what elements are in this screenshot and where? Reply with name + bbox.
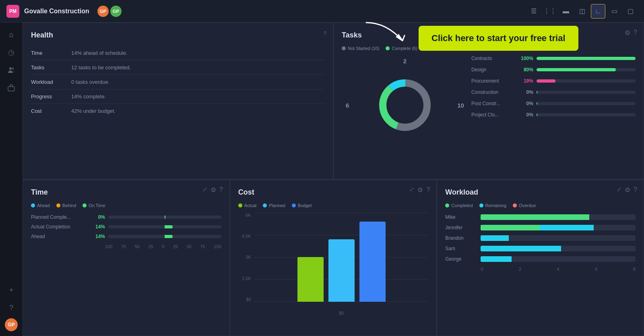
toolbar-grid-btn[interactable]: ◫ (575, 4, 589, 19)
panels-container: Health ? Time14% ahead of schedule. Task… (23, 23, 644, 336)
table-row: Planned Comple... 0% (31, 214, 221, 220)
table-row: Cost42% under budget. (31, 104, 325, 118)
time-legend: Ahead Behind On Time (31, 203, 221, 208)
table-row: Sam (445, 246, 636, 251)
health-help-icon[interactable]: ? (323, 30, 326, 37)
table-row: Progress14% complete. (31, 89, 325, 104)
sidebar-item-people[interactable] (4, 63, 19, 77)
table-row: Brandon (445, 235, 636, 241)
time-title: Time (31, 188, 221, 197)
time-help-icon[interactable]: ? (219, 186, 223, 194)
time-bar-planned: Planned Comple... 0% Actual Completion 1… (31, 214, 221, 239)
sidebar-item-help[interactable]: ? (4, 301, 19, 315)
avatar-1[interactable]: GP (97, 6, 109, 17)
table-row: Design 80% (471, 67, 636, 73)
workload-panel-icons: ⤢ ⚙ ? (617, 186, 637, 194)
svg-rect-2 (8, 87, 14, 91)
toolbar: ☰ ⋮⋮ ▬ ◫ ∟ ▭ ▢ (526, 4, 638, 19)
tasks-help-icon[interactable]: ? (634, 29, 637, 37)
donut-right-label: 10 (457, 102, 464, 109)
sidebar-user-avatar[interactable]: GP (5, 318, 18, 331)
table-row: Actual Completion 14% (31, 224, 221, 230)
free-trial-banner[interactable]: Click here to start your free trial (419, 26, 578, 51)
toolbar-columns-btn[interactable]: ⋮⋮ (543, 4, 557, 19)
cost-help-icon[interactable]: ? (426, 186, 430, 194)
bottom-row: Time ⤢ ⚙ ? Ahead Behind On Time Planned … (23, 180, 644, 336)
avatar-group: GP GP (97, 6, 122, 17)
toolbar-calendar-btn[interactable]: ▭ (607, 4, 621, 19)
svg-point-0 (9, 67, 12, 70)
toolbar-list-btn[interactable]: ☰ (526, 4, 541, 19)
cost-expand-icon[interactable]: ⤢ (409, 186, 414, 194)
sidebar-item-home[interactable]: ⌂ (4, 27, 19, 42)
cost-settings-icon[interactable]: ⚙ (417, 186, 423, 194)
table-row: Contracts 100% (471, 56, 636, 61)
project-title: Govalle Construction (24, 8, 89, 15)
sidebar-item-clock[interactable]: ◷ (4, 45, 19, 60)
cost-bar-budget (359, 222, 386, 302)
table-row: George (445, 256, 636, 262)
health-panel: Health ? Time14% ahead of schedule. Task… (23, 23, 333, 179)
avatar-2[interactable]: GP (110, 6, 122, 17)
task-percent-bars: Contracts 100% Design 80% Procurement 19… (468, 56, 636, 155)
time-panel-icons: ⤢ ⚙ ? (202, 186, 223, 194)
sidebar-item-briefcase[interactable] (4, 81, 19, 95)
donut-left-label: 6 (346, 102, 349, 109)
toolbar-menu-btn[interactable]: ▬ (559, 4, 573, 19)
cost-bar-planned (328, 239, 355, 302)
time-expand-icon[interactable]: ⤢ (202, 186, 207, 194)
header: PM Govalle Construction GP GP ☰ ⋮⋮ ▬ ◫ ∟… (0, 0, 644, 23)
workload-help-icon[interactable]: ? (634, 186, 637, 194)
table-row: Post Constr... 0% (471, 101, 636, 106)
cost-chart-area: 6K 4.5K 3K 1.5K $0 (238, 213, 429, 310)
cost-title: Cost (238, 188, 429, 197)
table-row: Ahead 14% (31, 234, 221, 239)
time-panel: Time ⤢ ⚙ ? Ahead Behind On Time Planned … (23, 180, 230, 336)
cost-legend: Actual Planned Budget (238, 203, 429, 208)
table-row: Procurement 19% (471, 78, 636, 84)
workload-expand-icon[interactable]: ⤢ (617, 186, 621, 194)
tasks-content: 2 6 10 Contracts 100% (342, 56, 636, 155)
main-container: ⌂ ◷ + ? GP Health ? Time14% ahead of sch… (0, 23, 644, 336)
sidebar-item-add[interactable]: + (4, 283, 19, 297)
app-logo[interactable]: PM (6, 5, 19, 18)
workload-panel: Workload ⤢ ⚙ ? Completed Remaining Overd… (437, 180, 644, 336)
workload-legend: Completed Remaining Overdue (445, 203, 636, 208)
table-row: Time14% ahead of schedule. (31, 46, 325, 60)
cost-bar-actual (297, 257, 324, 302)
toolbar-chart-btn[interactable]: ∟ (591, 4, 605, 19)
table-row: Tasks12 tasks to be completed. (31, 60, 325, 75)
cost-bottom-label: $0 (238, 310, 429, 315)
health-table: Time14% ahead of schedule. Tasks12 tasks… (31, 46, 325, 118)
not-started-dot (342, 46, 346, 50)
health-title: Health (31, 31, 325, 39)
tasks-panel-icons: ⚙ ? (625, 29, 637, 37)
cost-panel: Cost ⤢ ⚙ ? Actual Planned Budget 6K 4.5K… (230, 180, 437, 336)
workload-settings-icon[interactable]: ⚙ (625, 186, 630, 194)
time-x-axis: 1007550250255075100 (31, 244, 221, 249)
svg-point-1 (12, 68, 14, 70)
complete-dot (386, 46, 390, 50)
table-row: Project Clo... 0% (471, 112, 636, 118)
cost-bars (254, 213, 429, 302)
donut-top-label: 2 (403, 58, 407, 64)
workload-bars: Mike Jennifer Brandon (445, 214, 636, 262)
workload-x-axis: 0 2 4 6 8 (445, 267, 636, 272)
workload-title: Workload (445, 188, 636, 197)
donut-area: 2 6 10 (342, 56, 468, 155)
donut-chart (373, 73, 437, 137)
table-row: Construction 0% (471, 89, 636, 95)
table-row: Jennifer (445, 225, 636, 230)
toolbar-file-btn[interactable]: ▢ (623, 4, 638, 19)
cost-bars-wrapper (254, 213, 429, 310)
table-row: Workload0 tasks overdue. (31, 75, 325, 89)
table-row: Mike (445, 214, 636, 220)
tasks-settings-icon[interactable]: ⚙ (625, 29, 630, 37)
cost-panel-icons: ⤢ ⚙ ? (409, 186, 430, 194)
sidebar: ⌂ ◷ + ? GP (0, 23, 23, 336)
time-settings-icon[interactable]: ⚙ (211, 186, 216, 194)
cost-y-axis: 6K 4.5K 3K 1.5K $0 (238, 213, 254, 310)
